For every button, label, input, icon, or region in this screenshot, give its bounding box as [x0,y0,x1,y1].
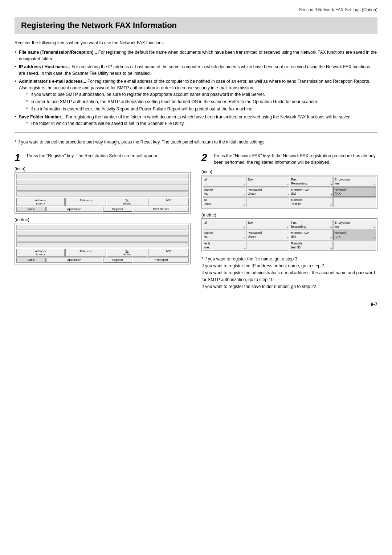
application-btn[interactable]: Application [46,207,102,212]
step2-metric-row3: te &me.> Remotetest ID> [203,240,376,251]
step2-metric-row1: al> Box> Faxforwarding> Encryptionkey> [203,220,376,230]
m-cell-network-fax[interactable]: NetworkFAX> [333,230,376,240]
bullet-1: File name (Transmission/Reception)... Fo… [15,49,377,62]
step1-inch-label: (inch) [15,166,191,171]
addr-book-btn[interactable]: Addressbook > [16,198,65,206]
step1-metric-bottom-buttons: Addressbook > Abbrev. > Txsetting 1/30 [16,249,189,257]
bullet-1-bold: File name (Transmission/Reception)... [19,50,97,55]
m-cell-remote-test-id[interactable]: Remotetest ID> [290,240,333,251]
row-3 [16,186,189,191]
step2-note-2: If you want to register the IP address o… [201,263,377,270]
cell-password-check[interactable]: Passwordcheck> [246,187,290,197]
cell-box[interactable]: Box> [246,177,290,187]
bullet-list: File name (Transmission/Reception)... Fo… [15,49,377,127]
m-cell-remote-sw-dial[interactable]: Remote SW.dial> [290,230,333,240]
step2-inch-label: (inch) [201,169,377,174]
step2-note-3: If you want to register the administrato… [201,270,377,283]
m-basic-btn[interactable]: Basic [16,258,46,263]
basic-btn[interactable]: Basic [16,207,46,212]
section-header: Section 9 Network FAX Settings (Option) [15,7,377,14]
step2-note-1: * If you want to register the file name,… [201,256,377,263]
step-2-number: 2 [201,153,210,163]
m-application-btn[interactable]: Application [46,258,102,263]
cell-fax-forwarding[interactable]: FaxForwarding> [290,177,333,187]
step2-inch-row2: cationfo.> Passwordcheck> Remote SW.dial… [203,187,376,197]
bullet-3-bold: Administrator's e-mail address... [19,79,86,84]
page-number: 9-7 [15,301,377,307]
bullet-3: Administrator's e-mail address... For re… [15,78,377,112]
m-cell-encryption[interactable]: Encryptionkey> [333,220,376,230]
reset-note: * If you want to cancel the procedure pa… [15,139,377,145]
bullet-4-bold: Save Folder Number... [19,114,65,119]
m-cell-cation-fo[interactable]: cationfo.> [203,230,246,240]
m-print-report-btn[interactable]: Print report [133,258,189,263]
step-2: 2 Press the "Network FAX" key. If the Ne… [201,153,377,291]
m-cell-al[interactable]: al> [203,220,246,230]
bullet-4: Save Folder Number... For registering th… [15,114,377,127]
m-tx-setting-btn[interactable]: Txsetting [107,249,147,257]
step-2-text: Press the "Network FAX" key. If the Netw… [214,153,377,166]
step-1-header: 1 Press the "Register" key. The Registra… [15,153,191,163]
cell-encryption[interactable]: Encryptionkey> [333,177,376,187]
row-2 [16,180,189,185]
cell-cation-fo[interactable]: cationfo.> [203,187,246,197]
cell-al[interactable]: al> [203,177,246,187]
m-cell-box[interactable]: Box> [246,220,290,230]
abbrev-btn[interactable]: Abbrev. > [65,198,106,206]
m-cell-empty-2 [333,240,376,251]
cell-network-fax[interactable]: NetworkFAX> [333,187,376,197]
divider-1 [15,133,377,133]
step2-notes: * If you want to register the file name,… [201,256,377,291]
bullet-3-subnotes: If you want to use SMTP authorization, b… [26,91,377,112]
m-cell-fax-forwarding[interactable]: Faxforwarding> [290,220,333,230]
bullet-2: IP address / Host name... For registerin… [15,64,377,77]
cell-te-time[interactable]: teTime> [203,197,246,207]
cell-empty-2 [333,197,376,207]
m-cell-password-check[interactable]: Passwordcheck> [246,230,290,240]
m-row-2 [16,231,189,236]
m-cell-empty-1 [246,240,290,251]
step-1-number: 1 [15,153,23,163]
step2-inch-row3: teTime> RemoteTest ID> [203,197,376,207]
page-title: Registering the Network FAX Information [21,21,371,30]
cell-empty-1 [246,197,290,207]
step1-metric-label: (metric) [15,217,191,222]
section-title: Section 9 Network FAX Settings (Option) [299,7,377,12]
step-1-text: Press the "Register" key. The Registrati… [27,153,158,159]
step1-screen-inch: Addressbook > Abbrev. > Txsetting 1/30 B… [15,172,191,214]
cell-remote-test-id[interactable]: RemoteTest ID> [290,197,333,207]
m-addr-book-btn[interactable]: Addressbook > [16,249,65,257]
bullet-4-text: For registering the number of the folder… [66,114,352,119]
counter-btn: 1/30 [148,198,189,206]
bullet-2-bold: IP address / Host name... [19,64,70,69]
step2-metric-row2: cationfo.> Passwordcheck> Remote SW.dial… [203,230,376,240]
subnote-3-3: If no information is entered here, the A… [26,106,377,112]
bullet-2-text: For registering the IP address or host n… [19,64,370,76]
cell-remote-sw-dial[interactable]: Remote SW.dial> [290,187,333,197]
m-register-btn[interactable]: Register [103,258,132,263]
steps-container: 1 Press the "Register" key. The Registra… [15,153,377,291]
m-row-3 [16,236,189,242]
subnote-3-2: In order to use SMTP authorization, the … [26,98,377,105]
tx-setting-btn[interactable]: Txsetting [107,198,147,206]
m-counter-btn: 1/30 [148,249,189,257]
step2-metric-label: (metric) [201,212,377,218]
step1-inch-nav-buttons: Basic Application Register Print Report [16,207,189,212]
step-2-header: 2 Press the "Network FAX" key. If the Ne… [201,153,377,166]
step1-inch-bottom-buttons: Addressbook > Abbrev. > Txsetting 1/30 [16,198,189,206]
step2-screen-metric: al> Box> Faxforwarding> Encryptionkey> c… [201,218,377,252]
step1-metric-nav-buttons: Basic Application Register Print report [16,258,189,263]
subnote-4-1: The folder in which the documents will b… [26,120,377,127]
page-title-box: Registering the Network FAX Information [15,17,377,34]
bullet-4-subnotes: The folder in which the documents will b… [26,120,377,127]
step-1: 1 Press the "Register" key. The Registra… [15,153,191,291]
m-row-4 [16,242,189,247]
step2-note-4: If you want to register the save folder … [201,283,377,290]
row-4 [16,191,189,197]
intro-paragraph: Register the following items when you wa… [15,40,377,46]
m-abbrev-btn[interactable]: Abbrev. > [65,249,106,257]
subnote-3-1: If you want to use SMTP authorization, b… [26,91,377,98]
print-report-btn[interactable]: Print Report [133,207,189,212]
m-cell-te-me[interactable]: te &me.> [203,240,246,251]
register-btn[interactable]: Register [103,207,132,212]
